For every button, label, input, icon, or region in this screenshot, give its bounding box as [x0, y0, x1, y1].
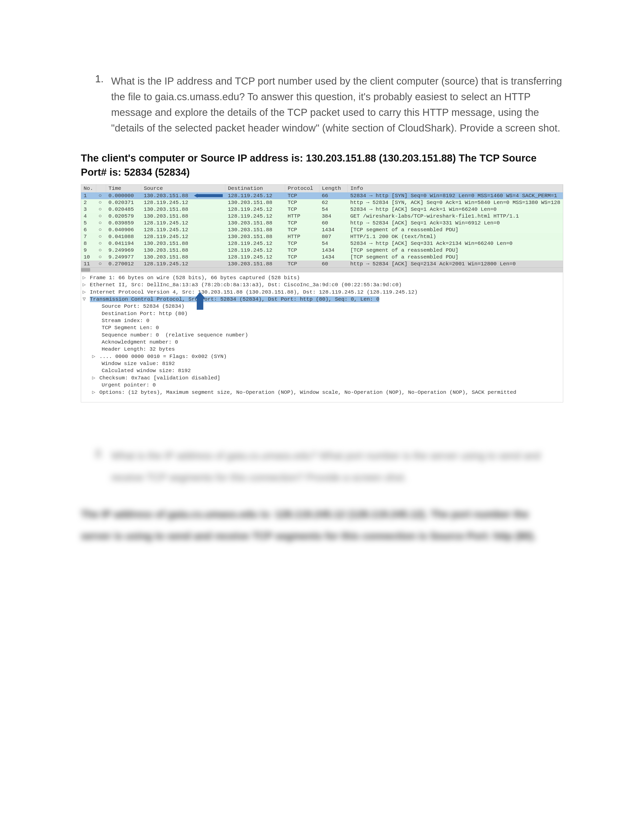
cell: 0.041088 — [106, 233, 141, 240]
detail-text-highlighted: Transmission Control Protocol, Src Port:… — [90, 296, 380, 302]
table-row[interactable]: 11○0.270012128.119.245.12130.203.151.88T… — [81, 261, 563, 267]
detail-subline: Acknowledgment number: 0 — [82, 339, 562, 346]
cell: ○ — [96, 199, 106, 206]
cell: 0.020579 — [106, 213, 141, 220]
table-row[interactable]: 5○0.039859128.119.245.12130.203.151.88TC… — [81, 220, 563, 227]
column-header[interactable]: Info — [348, 185, 563, 192]
detail-frame[interactable]: Frame 1: 66 bytes on wire (528 bits), 66… — [82, 274, 562, 281]
cell: TCP — [285, 254, 319, 261]
cell: 62 — [319, 199, 348, 206]
detail-subline: Calculated window size: 8192 — [82, 367, 562, 374]
expand-icon[interactable] — [82, 289, 87, 296]
table-row[interactable]: 6○0.040906128.119.245.12130.203.151.88TC… — [81, 227, 563, 233]
cell: 52834 → http [ACK] Seq=331 Ack=2134 Win=… — [348, 240, 563, 247]
packet-list-pane: No. TimeSourceDestinationProtocolLengthI… — [81, 184, 563, 272]
horizontal-scrollbar[interactable] — [81, 267, 563, 272]
detail-subline: Urgent pointer: 0 — [82, 382, 562, 389]
table-row[interactable]: 10○9.249977130.203.151.88128.119.245.12T… — [81, 254, 563, 261]
cell: TCP — [285, 206, 319, 213]
detail-text: Internet Protocol Version 4, Src: 130.20… — [90, 289, 418, 295]
cell: 0.040906 — [106, 227, 141, 233]
detail-subline: Sequence number: 0 (relative sequence nu… — [82, 332, 562, 339]
detail-subline: TCP Segment Len: 0 — [82, 324, 562, 331]
blurred-text: What is the IP address of gaia.cs.umass.… — [111, 448, 541, 463]
cell: 54 — [319, 206, 348, 213]
detail-subline: Stream index: 0 — [82, 317, 562, 324]
cell: [TCP segment of a reassembled PDU] — [348, 227, 563, 233]
column-header[interactable] — [96, 185, 106, 192]
cell: 130.203.151.88 — [141, 247, 225, 254]
cell: HTTP/1.1 200 OK (text/html) — [348, 233, 563, 240]
cell: 1434 — [319, 254, 348, 261]
cell: 128.119.245.12 — [225, 206, 285, 213]
blurred-answer: The IP address of gaia.cs.umass.edu is: … — [81, 507, 563, 522]
question-text: What is the IP address and TCP port numb… — [111, 73, 563, 136]
table-row[interactable]: 7○0.041088128.119.245.12130.203.151.88HT… — [81, 233, 563, 240]
column-header[interactable]: Length — [319, 185, 348, 192]
cell: 8 — [81, 240, 96, 247]
cell: 128.119.245.12 — [225, 192, 285, 199]
table-row[interactable]: 3○0.020485130.203.151.88128.119.245.12TC… — [81, 206, 563, 213]
detail-tcp[interactable]: Transmission Control Protocol, Src Port:… — [82, 296, 562, 303]
table-row[interactable]: 9○9.249969130.203.151.88128.119.245.12TC… — [81, 247, 563, 254]
cell: TCP — [285, 247, 319, 254]
cell: 1434 — [319, 247, 348, 254]
cell: 130.203.151.88 — [141, 213, 225, 220]
cell: 128.119.245.12 — [225, 247, 285, 254]
blurred-text: receive TCP segments for this connection… — [111, 470, 541, 485]
detail-subline: Options: (12 bytes), Maximum segment siz… — [82, 389, 562, 396]
cell: TCP — [285, 220, 319, 227]
expand-icon[interactable] — [82, 281, 87, 288]
cell: 130.203.151.88 — [225, 261, 285, 267]
detail-subline: Checksum: 0x7aac [validation disabled] — [82, 375, 562, 382]
scrollbar-thumb[interactable] — [81, 268, 90, 272]
cell: 128.119.245.12 — [141, 227, 225, 233]
question-number: 1. — [81, 73, 111, 136]
table-row[interactable]: 2○0.020371128.119.245.12130.203.151.88TC… — [81, 199, 563, 206]
column-header[interactable]: No. — [81, 185, 96, 192]
expand-icon[interactable] — [92, 389, 96, 396]
column-header[interactable]: Time — [106, 185, 141, 192]
cell: HTTP — [285, 213, 319, 220]
cell: 7 — [81, 233, 96, 240]
cell: 60 — [319, 220, 348, 227]
detail-ip[interactable]: Internet Protocol Version 4, Src: 130.20… — [82, 289, 562, 296]
cell: 0.020485 — [106, 206, 141, 213]
cell: http → 52834 [SYN, ACK] Seq=0 Ack=1 Win=… — [348, 199, 563, 206]
table-row[interactable]: 4○0.020579130.203.151.88128.119.245.12HT… — [81, 213, 563, 220]
cell: 128.119.245.12 — [141, 199, 225, 206]
cell: 128.119.245.12 — [225, 213, 285, 220]
cell: TCP — [285, 199, 319, 206]
cell: 130.203.151.88 — [141, 240, 225, 247]
collapse-icon[interactable] — [82, 296, 87, 303]
cell: 128.119.245.12 — [141, 233, 225, 240]
cell: 3 — [81, 206, 96, 213]
expand-icon[interactable] — [82, 274, 87, 281]
cell: 1 — [81, 192, 96, 199]
packet-table: No. TimeSourceDestinationProtocolLengthI… — [81, 185, 563, 267]
answer-1: The client's computer or Source IP addre… — [81, 151, 563, 179]
cell: 0.270012 — [106, 261, 141, 267]
detail-ethernet[interactable]: Ethernet II, Src: DellInc_8a:13:a3 (78:2… — [82, 281, 562, 288]
column-header[interactable]: Protocol — [285, 185, 319, 192]
expand-icon[interactable] — [92, 375, 96, 382]
cell: 0.000000 — [106, 192, 141, 199]
detail-text: Frame 1: 66 bytes on wire (528 bits), 66… — [90, 275, 300, 281]
cell: 130.203.151.88 — [141, 192, 225, 199]
question-1: 1. What is the IP address and TCP port n… — [81, 73, 563, 136]
cell: 128.119.245.12 — [141, 261, 225, 267]
column-header[interactable]: Source — [141, 185, 225, 192]
cell: TCP — [285, 261, 319, 267]
table-row[interactable]: 1○0.000000130.203.151.88 128.119.245.12T… — [81, 192, 563, 199]
table-row[interactable]: 8○0.041194130.203.151.88128.119.245.12TC… — [81, 240, 563, 247]
cell: 9.249977 — [106, 254, 141, 261]
detail-text: Ethernet II, Src: DellInc_8a:13:a3 (78:2… — [90, 282, 402, 288]
cell: HTTP — [285, 233, 319, 240]
cell: ○ — [96, 247, 106, 254]
cell: TCP — [285, 227, 319, 233]
cell: ○ — [96, 227, 106, 233]
column-header[interactable]: Destination — [225, 185, 285, 192]
cell: ○ — [96, 254, 106, 261]
cell: 4 — [81, 213, 96, 220]
expand-icon[interactable] — [92, 353, 96, 360]
